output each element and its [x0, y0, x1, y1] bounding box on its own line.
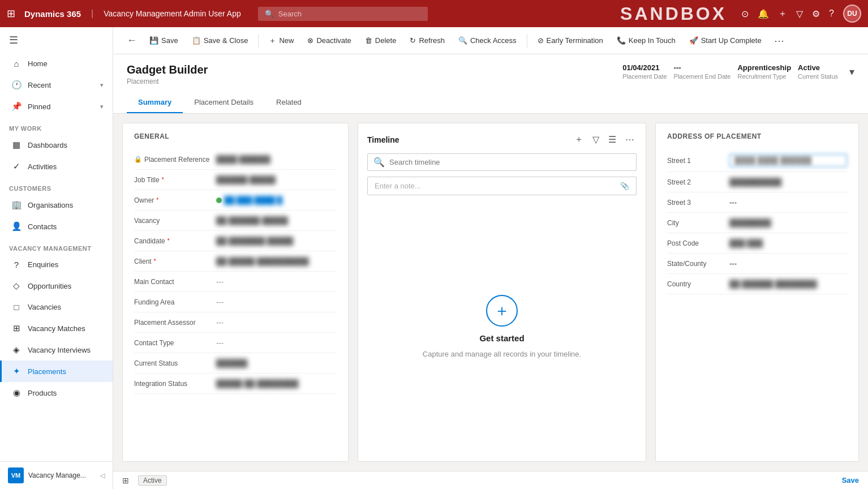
sidebar-item-pinned[interactable]: 📌 Pinned ▾ [0, 96, 113, 117]
refresh-icon: ↻ [410, 36, 416, 45]
timeline-search-box[interactable]: 🔍 [367, 153, 637, 171]
status-badge: Active [138, 475, 167, 486]
sidebar-item-label-dashboards: Dashboards [28, 141, 67, 149]
field-value-street1[interactable] [729, 154, 847, 167]
timeline-more-button[interactable]: ⋯ [623, 133, 637, 146]
chevron-down-icon: ▾ [100, 82, 104, 89]
sidebar-item-vacancies[interactable]: □ Vacancies [0, 297, 113, 318]
target-icon[interactable]: ⊙ [741, 8, 749, 19]
field-value-funding-area[interactable]: --- [216, 298, 337, 306]
timeline-title: Timeline [367, 135, 399, 144]
field-value-client[interactable]: ██ █████ ██████████ [216, 257, 337, 265]
field-value-postcode[interactable]: ███ ███ [729, 239, 847, 247]
field-value-street3[interactable]: --- [729, 198, 847, 207]
field-country: Country ██ ██████ ████████ [667, 274, 847, 294]
search-box[interactable]: 🔍 [258, 7, 428, 21]
timeline-search-input[interactable] [389, 158, 630, 166]
field-label-placement-assessor: Placement Assessor [134, 319, 196, 327]
field-value-state-county[interactable]: --- [729, 259, 847, 268]
early-termination-button[interactable]: ⊘ Early Termination [532, 33, 609, 48]
field-value-street2[interactable]: ██████████ [729, 178, 847, 186]
filter-icon[interactable]: ▽ [796, 8, 803, 19]
search-input[interactable] [278, 10, 414, 18]
field-label-owner: Owner [134, 196, 154, 204]
field-value-job-title[interactable]: ██████ █████ [216, 175, 337, 184]
timeline-note-input[interactable]: Enter a note... 📎 [367, 177, 637, 195]
sidebar-item-label-opportunities: Opportunities [28, 282, 71, 290]
sidebar-item-organisations[interactable]: 🏢 Organisations [0, 194, 113, 216]
refresh-button[interactable]: ↻ Refresh [404, 33, 450, 48]
record-expand-button[interactable]: ▾ [849, 66, 854, 78]
user-avatar[interactable]: DU [843, 5, 861, 23]
settings-icon[interactable]: ⚙ [812, 8, 820, 19]
field-main-contact: Main Contact --- [134, 272, 337, 292]
sidebar-item-opportunities[interactable]: ◇ Opportunities [0, 275, 113, 297]
new-button[interactable]: ＋ New [263, 32, 299, 49]
field-value-country[interactable]: ██ ██████ ████████ [729, 280, 847, 288]
deactivate-button[interactable]: ⊗ Deactivate [302, 33, 356, 48]
timeline-header: Timeline ＋ ▽ ☰ ⋯ [367, 132, 637, 147]
field-value-current-status[interactable]: ██████ [216, 359, 337, 367]
sidebar-collapse-button[interactable]: ☰ [0, 27, 113, 53]
sidebar-item-recent[interactable]: 🕐 Recent ▾ [0, 74, 113, 96]
field-value-main-contact[interactable]: --- [216, 277, 337, 286]
plus-icon[interactable]: ＋ [778, 8, 787, 20]
field-value-candidate[interactable]: ██ ███████ █████ [216, 237, 337, 245]
delete-button[interactable]: 🗑 Delete [359, 33, 402, 48]
tab-placement-details[interactable]: Placement Details [183, 92, 265, 113]
field-funding-area: Funding Area --- [134, 292, 337, 312]
field-value-vacancy[interactable]: ██ ██████ █████ [216, 216, 337, 225]
timeline-list-button[interactable]: ☰ [606, 133, 618, 146]
check-access-button[interactable]: 🔍 Check Access [453, 33, 522, 48]
start-up-complete-button[interactable]: 🚀 Start Up Complete [684, 33, 767, 48]
workspace-selector[interactable]: VM Vacancy Manage... ◁ [0, 461, 113, 489]
bell-icon[interactable]: 🔔 [758, 8, 769, 19]
field-value-placement-reference: ████ ██████ [216, 155, 337, 164]
timeline-get-started-button[interactable]: ＋ [486, 295, 518, 327]
back-button[interactable]: ← [122, 32, 141, 49]
chevron-down-icon-pinned: ▾ [100, 103, 104, 110]
save-close-button[interactable]: 📋 Save & Close [186, 33, 254, 48]
sidebar-item-vacancy-interviews[interactable]: ◈ Vacancy Interviews [0, 339, 113, 361]
attachment-icon[interactable]: 📎 [620, 182, 629, 190]
sidebar-item-enquiries[interactable]: ? Enquiries [0, 254, 113, 275]
status-bar-save-button[interactable]: Save [842, 476, 859, 484]
sidebar-item-products[interactable]: ◉ Products [0, 382, 113, 404]
field-candidate: Candidate * ██ ███████ █████ [134, 231, 337, 251]
timeline-add-button[interactable]: ＋ [572, 132, 586, 147]
sidebar-item-contacts[interactable]: 👤 Contacts [0, 216, 113, 237]
keep-in-touch-button[interactable]: 📞 Keep In Touch [611, 33, 681, 48]
sidebar-item-label-vacancies: Vacancies [28, 303, 61, 311]
field-value-contact-type[interactable]: --- [216, 338, 337, 347]
status-bar: ⊞ Active Save [113, 471, 868, 489]
more-commands-button[interactable]: ⋯ [770, 32, 789, 49]
save-button[interactable]: 💾 Save [144, 33, 184, 48]
timeline-note-placeholder: Enter a note... [375, 182, 421, 190]
timeline-filter-button[interactable]: ▽ [590, 133, 601, 146]
my-work-section-label: My Work [0, 117, 113, 134]
sidebar-item-label-contacts: Contacts [28, 222, 57, 231]
sidebar-item-vacancy-matches[interactable]: ⊞ Vacancy Matches [0, 318, 113, 339]
sidebar-item-label-pinned: Pinned [28, 102, 50, 111]
waffle-menu-icon[interactable]: ⊞ [7, 7, 15, 20]
help-icon[interactable]: ? [829, 8, 834, 19]
sidebar-item-dashboards[interactable]: ▦ Dashboards [0, 134, 113, 156]
sidebar-item-placements[interactable]: ✦ Placements [0, 361, 113, 382]
field-state-county: State/County --- [667, 254, 847, 274]
tab-summary[interactable]: Summary [127, 92, 183, 113]
recruitment-type-meta: Apprenticeship Recruitment Type [737, 63, 791, 80]
tab-related[interactable]: Related [265, 92, 313, 113]
expand-view-icon[interactable]: ⊞ [122, 476, 129, 485]
field-value-integration-status[interactable]: █████ ██ ████████ [216, 379, 337, 388]
timeline-action-buttons: ＋ ▽ ☰ ⋯ [572, 132, 637, 147]
record-title: Gadget Builder [127, 63, 208, 76]
owner-name: ██ ███ ████ █ [224, 196, 282, 204]
field-value-city[interactable]: ████████ [729, 218, 847, 227]
sandbox-label: SANDBOX [620, 3, 727, 24]
record-header: Gadget Builder Placement 01/04/2021 Plac… [113, 54, 868, 114]
sidebar-item-activities[interactable]: ✓ Activities [0, 156, 113, 177]
field-value-placement-assessor[interactable]: --- [216, 318, 337, 327]
field-value-owner[interactable]: ██ ███ ████ █ [216, 196, 337, 204]
placement-date-meta: 01/04/2021 Placement Date [622, 63, 667, 80]
sidebar-item-home[interactable]: ⌂ Home [0, 53, 113, 74]
